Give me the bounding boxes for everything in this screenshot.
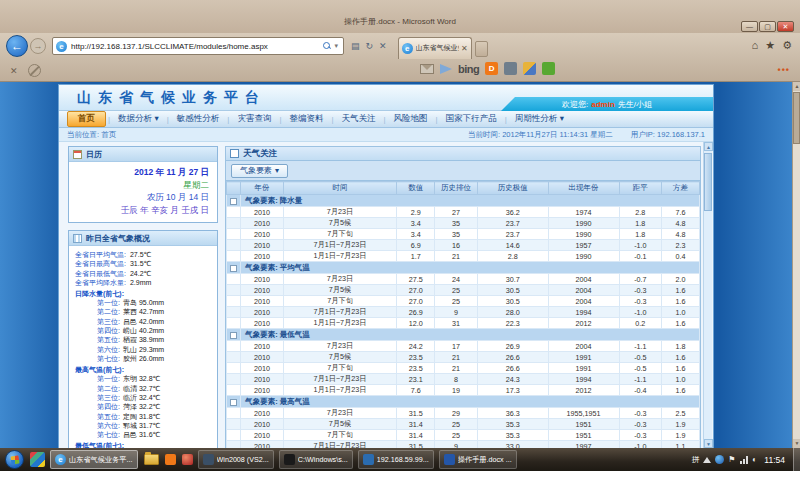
table-cell: 1991 (548, 352, 619, 363)
compatibility-view-icon[interactable]: ▤ (351, 41, 360, 51)
row-select-cell (227, 296, 241, 307)
explorer-icon[interactable] (144, 454, 159, 465)
settings-gear-icon[interactable]: ⚙ (782, 39, 792, 52)
home-icon[interactable]: ⌂ (752, 39, 759, 52)
taskbar-active-task[interactable]: e 山东省气候业务平... (50, 450, 138, 469)
rank-item: 第四位:崂山 40.2mm (97, 327, 213, 335)
scroll-up-icon[interactable]: ▲ (704, 142, 713, 151)
mail-icon[interactable] (420, 64, 434, 74)
tools-icon[interactable] (523, 62, 536, 75)
search-icon[interactable] (323, 42, 331, 50)
table-cell: 1.9 (662, 430, 700, 441)
group-select-cell[interactable] (227, 195, 241, 207)
table-cell: 2010 (241, 240, 284, 251)
group-checkbox[interactable] (230, 332, 237, 339)
nav-item-4[interactable]: 整编资料 (281, 112, 331, 126)
table-cell: 17.3 (477, 385, 548, 396)
taskbar-task[interactable]: 192.168.59.99... (358, 450, 434, 469)
show-desktop-button[interactable] (793, 448, 800, 471)
table-row: 20107月下旬31.42535.31951-0.31.9 (227, 430, 700, 441)
table-icon (230, 149, 239, 158)
browser-scrollbar-thumb[interactable] (793, 92, 800, 144)
favorites-star-icon[interactable]: ★ (765, 39, 775, 52)
weather-toolbar: 气象要素 ▾ (225, 161, 701, 181)
group-checkbox[interactable] (230, 265, 237, 272)
camera-icon[interactable] (504, 62, 517, 75)
table-cell: 31.5 (397, 408, 435, 419)
address-dropdown-icon[interactable]: ▾ (334, 42, 338, 50)
minimize-button[interactable]: — (741, 21, 758, 32)
nav-item-0[interactable]: 首页 (67, 111, 106, 127)
row-select-cell (227, 285, 241, 296)
bing-logo[interactable]: bing (458, 63, 479, 75)
new-tab-button[interactable] (475, 41, 488, 57)
table-row: 20107月5候27.02530.52004-0.31.6 (227, 285, 700, 296)
table-cell: 2010 (241, 307, 284, 318)
nav-item-7[interactable]: 国家下行产品 (438, 112, 505, 126)
table-cell: 25 (435, 430, 478, 441)
back-button[interactable]: ← (6, 35, 28, 57)
address-bar[interactable]: e http://192.168.137.1/SLCCLIMATE/module… (52, 37, 344, 55)
network-globe-icon[interactable] (715, 455, 724, 464)
network-signal-icon[interactable] (740, 456, 748, 464)
rank-label: 第四位: (97, 403, 120, 411)
nav-item-6[interactable]: 风险地图 (386, 112, 436, 126)
content-scrollbar[interactable]: ▲ ▼ (703, 142, 712, 448)
scrollbar-thumb[interactable] (704, 153, 712, 211)
table-cell: 1990 (548, 251, 619, 262)
group-select-cell[interactable] (227, 396, 241, 408)
volume-icon[interactable]: ◖ (752, 455, 757, 464)
table-row: 20107月23日31.52936.31955,1951-0.32.5 (227, 408, 700, 419)
more-options-icon[interactable]: ••• (778, 65, 790, 75)
taskbar-task[interactable]: C:\Windows\s... (279, 450, 353, 469)
browser-tab[interactable]: e 山东省气候业务平... ✕ (398, 37, 472, 59)
ime-indicator[interactable]: 拼 (692, 455, 700, 465)
welcome-banner: 欢迎您: admin 先生/小姐 (501, 97, 713, 111)
stat-value: 2.9mm (130, 279, 151, 287)
nav-item-2[interactable]: 敏感性分析 (169, 112, 228, 126)
breadcrumb: 当前位置: 首页 (67, 130, 468, 140)
table-cell: 2010 (241, 229, 284, 240)
start-button[interactable] (5, 450, 24, 469)
send-icon[interactable] (440, 64, 452, 74)
table-cell: 22.3 (477, 318, 548, 329)
tab-close-icon[interactable]: ✕ (461, 44, 468, 53)
taskbar-task[interactable]: 操作手册.docx ... (439, 450, 517, 469)
pinned-app-icon[interactable] (165, 454, 176, 465)
table-cell: 7月5候 (283, 218, 397, 229)
browser-scrollbar[interactable]: ▲ ▼ (792, 82, 800, 448)
close-button[interactable]: ✕ (777, 21, 794, 32)
nav-item-1[interactable]: 数据分析 ▾ (110, 112, 167, 126)
nav-item-8[interactable]: 周期性分析 ▾ (507, 112, 572, 126)
group-select-cell[interactable] (227, 329, 241, 341)
group-checkbox[interactable] (230, 399, 237, 406)
group-checkbox[interactable] (230, 198, 237, 205)
forward-button[interactable]: → (30, 38, 46, 54)
table-cell: 2010 (241, 352, 284, 363)
table-cell: 1990 (548, 218, 619, 229)
sogou-icon[interactable]: D (485, 62, 498, 75)
taskbar-task[interactable]: Win2008 (VS2... (198, 450, 274, 469)
action-center-flag-icon[interactable]: ⚑ (728, 455, 735, 464)
scroll-down-icon[interactable]: ▼ (704, 439, 713, 448)
element-select-button[interactable]: 气象要素 ▾ (231, 164, 288, 178)
table-cell: 1.6 (662, 385, 700, 396)
media-player-icon[interactable] (182, 454, 193, 465)
maximize-button[interactable]: ▢ (759, 21, 776, 32)
table-cell: 2.8 (477, 251, 548, 262)
tray-expand-icon[interactable] (703, 457, 711, 463)
quick-launch-icon[interactable] (30, 452, 45, 467)
url-text[interactable]: http://192.168.137.1/SLCCLIMATE/modules/… (71, 42, 322, 51)
table-cell: 7月23日 (283, 408, 397, 419)
nav-item-5[interactable]: 天气关注 (334, 112, 384, 126)
nav-item-3[interactable]: 灾害查询 (229, 112, 279, 126)
taskbar-clock[interactable]: 11:54 (764, 455, 785, 465)
messenger-icon[interactable] (542, 62, 555, 75)
group-select-cell[interactable] (227, 262, 241, 274)
stop-icon[interactable]: ✕ (379, 41, 387, 51)
browser-scroll-up-icon[interactable]: ▲ (793, 82, 800, 91)
refresh-icon[interactable]: ↻ (366, 41, 374, 51)
rank-item: 第一位:东明 32.8℃ (97, 375, 213, 383)
browser-scroll-down-icon[interactable]: ▼ (793, 439, 800, 448)
close-toolbar-icon[interactable]: ✕ (10, 66, 18, 76)
